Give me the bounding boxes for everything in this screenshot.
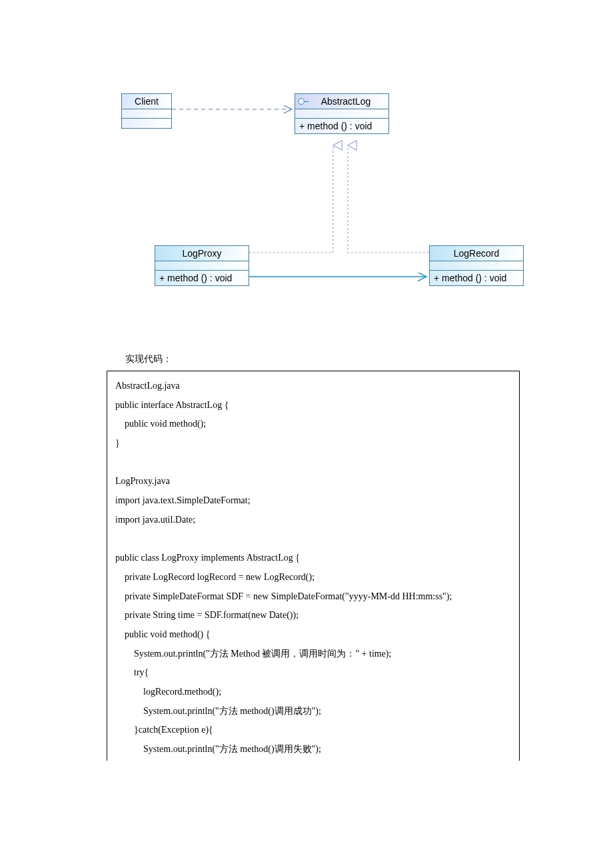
class-op: + method () : void [155,271,249,285]
uml-interface-abstractlog: AbstractLog + method () : void [295,93,389,134]
uml-class-logproxy: LogProxy + method () : void [155,245,249,286]
code-line: public interface AbstractLog { [115,400,229,410]
class-op: + method () : void [430,271,523,285]
code-line: import java.text.SimpleDateFormat; [115,495,251,505]
class-name-text: AbstractLog [321,96,371,107]
code-line: } [115,438,120,448]
class-ops [122,119,171,128]
code-line: import java.util.Date; [115,515,195,525]
class-name: Client [122,94,171,109]
code-line: }catch(Exception e){ [115,725,213,735]
class-name: AbstractLog [295,94,388,109]
code-section-label: 实现代码： [125,353,520,365]
code-line: public void method() { [115,629,210,639]
uml-class-client: Client [121,93,172,129]
class-name: LogProxy [155,246,249,261]
class-attrs [295,109,388,119]
code-line: System.out.println("方法 method()调用失败"); [115,744,321,754]
code-line: private LogRecord logRecord = new LogRec… [115,572,314,582]
class-op: + method () : void [295,119,388,133]
code-line: LogProxy.java [115,476,170,486]
code-line: public class LogProxy implements Abstrac… [115,553,300,563]
class-attrs [430,261,523,271]
code-line: AbstractLog.java [115,381,180,391]
class-name: LogRecord [430,246,523,261]
class-attrs [155,261,249,271]
uml-class-logrecord: LogRecord + method () : void [429,245,524,286]
code-line: public void method(); [115,419,206,429]
interface-icon [298,98,305,105]
code-line: logRecord.method(); [115,687,221,697]
code-line: System.out.println("方法 Method 被调用，调用时间为：… [115,649,391,659]
class-attrs [122,109,171,119]
uml-class-diagram: Client AbstractLog + method () : void Lo… [107,93,533,313]
code-line: try{ [115,667,149,677]
code-line: System.out.println("方法 method()调用成功"); [115,706,321,716]
code-listing: AbstractLog.java public interface Abstra… [107,371,520,761]
code-line: private SimpleDateFormat SDF = new Simpl… [115,591,452,601]
code-line: private String time = SDF.format(new Dat… [115,610,299,620]
